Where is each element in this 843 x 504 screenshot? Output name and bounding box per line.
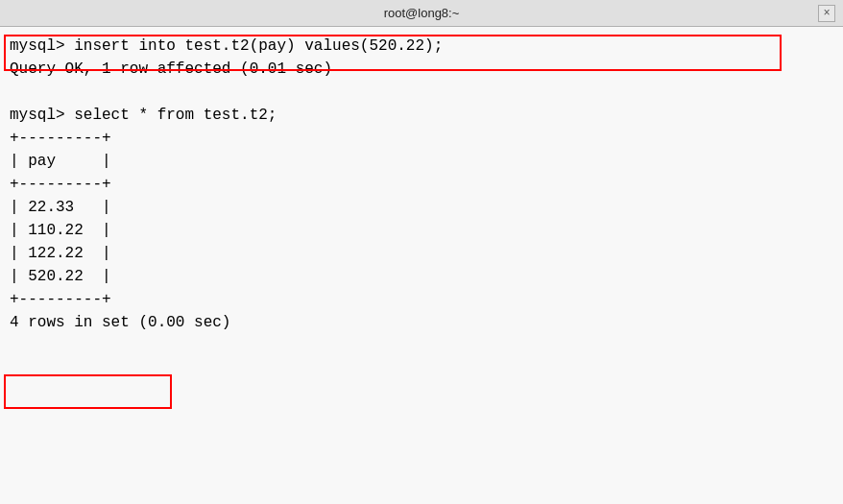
terminal-body[interactable]: mysql> insert into test.t2(pay) values(5… <box>0 27 843 504</box>
terminal-output: mysql> insert into test.t2(pay) values(5… <box>10 35 833 334</box>
window-title: root@long8:~ <box>384 6 460 20</box>
title-bar: root@long8:~ × <box>0 0 843 27</box>
terminal-window: root@long8:~ × mysql> insert into test.t… <box>0 0 843 504</box>
row-520-highlight <box>4 374 172 409</box>
close-button[interactable]: × <box>818 5 835 22</box>
